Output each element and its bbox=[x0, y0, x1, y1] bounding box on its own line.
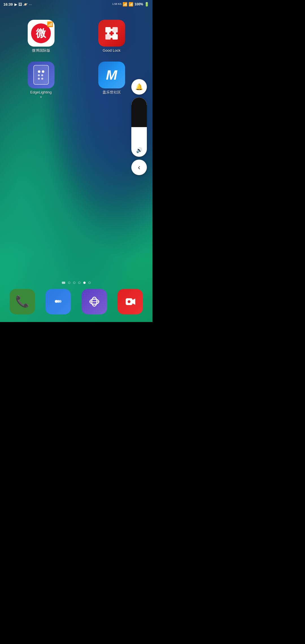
volume-fill bbox=[131, 97, 147, 127]
app-goodlock[interactable]: Good Lock bbox=[76, 20, 147, 53]
volume-slider[interactable]: 🔊 bbox=[131, 97, 147, 157]
dot3 bbox=[38, 74, 40, 76]
page-indicator-2[interactable] bbox=[73, 282, 75, 284]
dock-messages[interactable] bbox=[45, 289, 71, 314]
weibo-wifi-icon: 📶 bbox=[47, 21, 53, 27]
svg-rect-7 bbox=[110, 36, 113, 38]
svg-point-10 bbox=[59, 300, 62, 303]
battery-icon: 🔋 bbox=[144, 2, 149, 6]
dot1 bbox=[38, 70, 40, 73]
weibo-label: 微博国际版 bbox=[32, 48, 50, 53]
status-right: 1.58 K/s 📶 📶 100% 🔋 bbox=[112, 2, 149, 6]
svg-marker-15 bbox=[132, 299, 135, 305]
signal-icon: 📶 bbox=[128, 2, 133, 6]
svg-rect-6 bbox=[114, 32, 116, 35]
browser-icon-container bbox=[82, 289, 107, 314]
back-chevron-icon: ‹ bbox=[138, 163, 140, 172]
community-label: 盖乐世社区 bbox=[103, 90, 121, 95]
recorder-icon-container bbox=[117, 289, 143, 314]
edgelighting-label-line1: EdgeLighting bbox=[30, 90, 52, 95]
volume-bell-button[interactable]: 🔔 bbox=[131, 79, 147, 95]
svg-rect-4 bbox=[110, 29, 113, 31]
dock-browser[interactable] bbox=[82, 289, 107, 314]
edge-icon-container bbox=[28, 62, 55, 88]
volume-panel: 🔔 🔊 ‹ bbox=[131, 79, 147, 175]
community-icon-container: M bbox=[98, 62, 125, 88]
weibo-icon-container: 微 📶 bbox=[28, 20, 55, 47]
goodlock-label: Good Lock bbox=[103, 48, 121, 53]
app-edgelighting[interactable]: EdgeLighting + bbox=[6, 62, 76, 100]
page-indicator-5[interactable] bbox=[88, 282, 91, 284]
status-time: 16:39 bbox=[3, 2, 13, 6]
status-left-icons: ▶ 🖼 🪐 ··· bbox=[14, 2, 32, 6]
app-weibo[interactable]: 微 📶 微博国际版 bbox=[6, 20, 76, 53]
browser-icon-svg bbox=[87, 295, 101, 309]
page-indicator-3[interactable] bbox=[78, 282, 80, 284]
app-grid: 微 📶 微博国际版 Good Lock bbox=[0, 17, 152, 103]
edge-card bbox=[33, 65, 49, 85]
page-indicator-apps[interactable] bbox=[62, 282, 65, 284]
recorder-icon-svg bbox=[123, 295, 137, 308]
speaker-icon: 🔊 bbox=[136, 147, 142, 153]
saturn-icon: 🪐 bbox=[23, 2, 28, 6]
phone-icon: 📞 bbox=[15, 295, 29, 308]
goodlock-puzzle-svg bbox=[103, 25, 120, 42]
dot6 bbox=[41, 78, 43, 80]
page-indicators bbox=[0, 282, 152, 284]
goodlock-icon-container bbox=[98, 20, 125, 47]
wifi-icon: 📶 bbox=[123, 2, 127, 6]
svg-rect-5 bbox=[107, 32, 109, 35]
edge-card-dots bbox=[36, 69, 46, 81]
community-m-letter: M bbox=[106, 67, 117, 83]
dock-phone[interactable]: 📞 bbox=[10, 289, 35, 314]
messages-icon-container bbox=[45, 289, 71, 314]
dot5 bbox=[38, 78, 40, 80]
page-indicator-4-active[interactable] bbox=[83, 282, 86, 284]
bell-icon: 🔔 bbox=[135, 83, 143, 91]
video-icon: ▶ bbox=[14, 2, 17, 6]
svg-point-16 bbox=[128, 300, 130, 303]
dock-recorder[interactable] bbox=[117, 289, 143, 314]
image-icon: 🖼 bbox=[18, 2, 22, 6]
messages-icon-svg bbox=[52, 295, 65, 308]
dot4 bbox=[41, 74, 43, 76]
phone-icon-container: 📞 bbox=[10, 289, 35, 314]
battery-text: 100% bbox=[134, 2, 143, 6]
dock: 📞 bbox=[0, 285, 152, 322]
more-icon: ··· bbox=[29, 2, 32, 6]
page-indicator-1[interactable] bbox=[68, 282, 70, 284]
weibo-symbol: 微 bbox=[36, 28, 46, 38]
edgelighting-label-line2: + bbox=[30, 95, 52, 100]
network-speed: 1.58 K/s bbox=[112, 3, 121, 6]
dot2 bbox=[42, 70, 44, 73]
volume-back-button[interactable]: ‹ bbox=[131, 160, 147, 175]
status-bar: 16:39 ▶ 🖼 🪐 ··· 1.58 K/s 📶 📶 100% 🔋 bbox=[0, 0, 152, 8]
